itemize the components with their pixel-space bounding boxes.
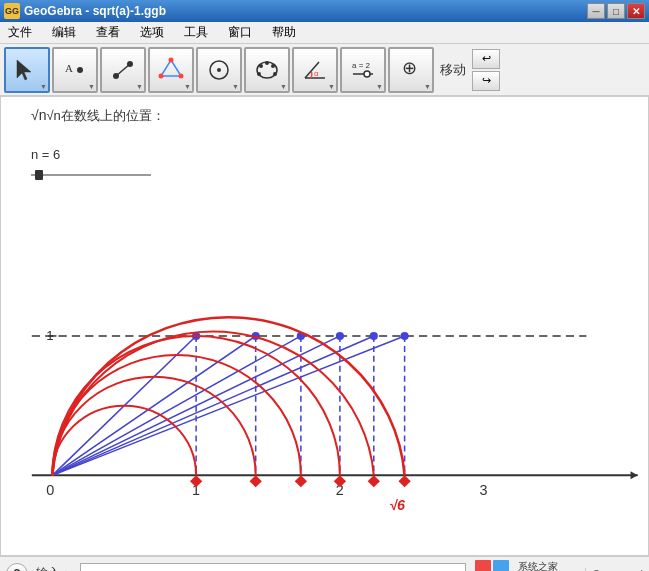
window-controls: ─ □ ✕	[587, 3, 645, 19]
tool-corner-circle: ▼	[232, 83, 239, 90]
app-icon: GG	[4, 3, 20, 19]
menu-window[interactable]: 窗口	[224, 22, 256, 43]
svg-text:3: 3	[480, 482, 488, 498]
tool-slider[interactable]: a = 2 ▼	[340, 47, 386, 93]
win7-logo	[474, 559, 510, 572]
tool-corner-line: ▼	[136, 83, 143, 90]
menu-options[interactable]: 选项	[136, 22, 168, 43]
win-branding: 系统之家 Winwin7.com	[518, 560, 577, 572]
svg-point-23	[364, 71, 370, 77]
menu-edit[interactable]: 编辑	[48, 22, 80, 43]
status-bar: ? 输入： 系统之家 Winwin7.com Command	[0, 556, 649, 571]
tool-corner-angle: ▼	[328, 83, 335, 90]
tool-conic[interactable]: ▼	[244, 47, 290, 93]
svg-marker-38	[368, 475, 380, 487]
svg-point-9	[159, 73, 164, 78]
tool-move-label: 移动	[440, 61, 466, 79]
tool-corner-polygon: ▼	[184, 83, 191, 90]
svg-text:a = 2: a = 2	[352, 61, 371, 70]
tool-corner-conic: ▼	[280, 83, 287, 90]
help-button[interactable]: ?	[6, 563, 28, 572]
minimize-button[interactable]: ─	[587, 3, 605, 19]
svg-line-54	[52, 336, 301, 475]
tool-pan[interactable]: ⊕ ▼	[388, 47, 434, 93]
input-field[interactable]	[80, 563, 466, 572]
tool-corner-point: ▼	[88, 83, 95, 90]
svg-marker-36	[295, 475, 307, 487]
svg-text:A: A	[65, 62, 73, 74]
tool-polygon[interactable]: ▼	[148, 47, 194, 93]
tool-circle[interactable]: ▼	[196, 47, 242, 93]
redo-button[interactable]: ↪	[472, 71, 500, 91]
undo-redo-group: ↩ ↪	[472, 49, 500, 91]
svg-point-11	[217, 68, 221, 72]
status-right-area: 系统之家 Winwin7.com Command	[474, 559, 643, 572]
svg-marker-35	[250, 475, 262, 487]
tool-corner-slider: ▼	[376, 83, 383, 90]
svg-rect-59	[475, 560, 491, 572]
main-graph-area: √n√n在数线上的位置： n = 6 0 1	[0, 96, 649, 556]
svg-text:⊕: ⊕	[402, 58, 417, 78]
svg-marker-26	[631, 471, 638, 479]
svg-text:0: 0	[46, 482, 54, 498]
svg-point-8	[179, 73, 184, 78]
svg-line-5	[116, 64, 130, 76]
svg-marker-39	[398, 475, 410, 487]
toolbar: ▼ A ▼ ▼ ▼ ▼	[0, 44, 649, 96]
svg-marker-0	[17, 60, 31, 80]
command-label: Command	[585, 568, 643, 572]
menu-view[interactable]: 查看	[92, 22, 124, 43]
graph-svg: 0 1 2 3 1	[1, 97, 648, 555]
tool-line[interactable]: ▼	[100, 47, 146, 93]
menu-help[interactable]: 帮助	[268, 22, 300, 43]
tool-corner-pan: ▼	[424, 83, 431, 90]
graph-canvas: √n√n在数线上的位置： n = 6 0 1	[1, 97, 648, 555]
menu-bar: 文件 编辑 查看 选项 工具 窗口 帮助	[0, 22, 649, 44]
menu-tools[interactable]: 工具	[180, 22, 212, 43]
tool-corner-arrow: ▼	[40, 83, 47, 90]
title-bar: GG GeoGebra - sqrt(a)-1.ggb ─ □ ✕	[0, 0, 649, 22]
svg-point-2	[77, 67, 83, 73]
close-button[interactable]: ✕	[627, 3, 645, 19]
tool-angle[interactable]: α ▼	[292, 47, 338, 93]
svg-line-56	[52, 336, 373, 475]
maximize-button[interactable]: □	[607, 3, 625, 19]
svg-text:α: α	[314, 69, 319, 78]
tool-point[interactable]: A ▼	[52, 47, 98, 93]
svg-line-57	[52, 336, 404, 475]
svg-point-7	[169, 57, 174, 62]
svg-text:√6: √6	[389, 497, 405, 513]
svg-rect-60	[493, 560, 509, 572]
input-label: 输入：	[36, 565, 72, 571]
undo-button[interactable]: ↩	[472, 49, 500, 69]
tool-select[interactable]: ▼	[4, 47, 50, 93]
window-title: GeoGebra - sqrt(a)-1.ggb	[24, 4, 166, 18]
menu-file[interactable]: 文件	[4, 22, 36, 43]
